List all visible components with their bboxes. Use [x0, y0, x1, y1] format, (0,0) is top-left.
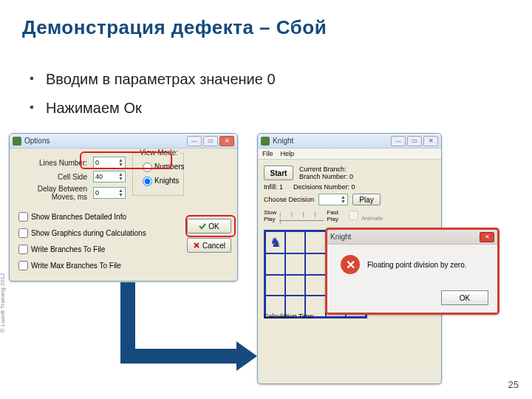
cancel-button[interactable]: Cancel	[187, 238, 231, 253]
window-title: Knight	[273, 137, 389, 145]
chk-max-branches-label: Write Max Branches To File	[31, 262, 121, 270]
close-button[interactable]: ✕	[219, 136, 234, 146]
delay-label: Delay Between Moves, ms	[16, 185, 93, 201]
radio-numbers[interactable]	[143, 163, 152, 172]
chk-branches-label: Write Branches To File	[31, 245, 105, 253]
bullet-2: Нажимаем Ок	[30, 100, 276, 117]
check-icon	[199, 222, 206, 230]
chk-graphics-label: Show Graphics during Calculations	[31, 229, 146, 237]
view-mode-legend: View Mode:	[137, 149, 180, 157]
calc-time-label: Calculation Time:	[264, 313, 315, 320]
branch-number-label: Branch Number: 0	[299, 173, 353, 180]
close-button[interactable]: ✕	[423, 136, 438, 146]
slide-title: Демонстрация дефекта – Сбой	[22, 16, 327, 39]
page-number: 25	[508, 379, 519, 390]
error-ok-button[interactable]: OK	[441, 290, 488, 305]
view-mode-group: View Mode: Numbers Knights	[132, 153, 184, 196]
app-icon	[261, 137, 270, 146]
close-button[interactable]: ✕	[480, 232, 494, 242]
maximize-button[interactable]: ▭	[407, 136, 422, 146]
chk-max-branches[interactable]	[18, 261, 28, 270]
chk-detailed[interactable]	[18, 212, 28, 222]
options-dialog: Options — ▭ ✕ Lines Number: 0▲▼ Cell Sid…	[9, 133, 238, 282]
infill-label: Infill: 1	[264, 183, 283, 191]
menu-help[interactable]: Help	[281, 150, 295, 157]
start-button[interactable]: Start	[264, 166, 293, 180]
app-icon	[13, 137, 21, 146]
cell-side-input[interactable]: 40▲▼	[93, 171, 126, 183]
delay-input[interactable]: 0▲▼	[93, 187, 126, 199]
error-message: Floating point division by zero.	[367, 261, 467, 269]
ok-button[interactable]: OK	[187, 219, 231, 233]
chk-detailed-label: Show Branches Detailed Info	[31, 213, 126, 221]
arrow-connector	[120, 349, 239, 364]
radio-knights[interactable]	[143, 177, 152, 186]
copyright: © Luxoft Training 2012	[0, 273, 6, 332]
titlebar[interactable]: Knight ✕	[327, 230, 497, 245]
chk-branches[interactable]	[18, 245, 28, 254]
dialog-title: Options	[24, 137, 185, 145]
lines-number-input[interactable]: 0▲▼	[93, 157, 126, 168]
minimize-button[interactable]: —	[187, 136, 202, 146]
play-button[interactable]: Play	[352, 194, 381, 205]
error-title: Knight	[330, 233, 478, 241]
choose-decision-input[interactable]: ▲▼	[318, 194, 348, 205]
choose-decision-label: Choose Decision	[264, 196, 314, 203]
knight-piece-icon: ♞	[265, 231, 285, 253]
animate-checkbox[interactable]	[349, 211, 358, 220]
animate-label: Animate	[361, 215, 383, 222]
titlebar[interactable]: Options — ▭ ✕	[10, 134, 237, 149]
radio-knights-label: Knights	[154, 177, 179, 185]
slow-play-label: Slow Play	[264, 209, 276, 222]
x-icon	[193, 242, 200, 249]
maximize-button[interactable]: ▭	[203, 136, 218, 146]
titlebar[interactable]: Knight — ▭ ✕	[258, 134, 441, 149]
fast-play-label: Fast Play	[327, 209, 338, 222]
radio-numbers-label: Numbers	[154, 163, 185, 171]
decisions-label: Decisions Number: 0	[293, 183, 355, 191]
chk-graphics[interactable]	[18, 228, 28, 238]
speed-slider[interactable]: | | | | |	[279, 211, 324, 221]
minimize-button[interactable]: —	[391, 136, 406, 146]
bullet-1: Вводим в параметрах значение 0	[30, 71, 276, 88]
current-branch-label: Current Branch:	[299, 166, 353, 173]
menu-file[interactable]: File	[262, 150, 273, 157]
error-dialog: Knight ✕ ✕ Floating point division by ze…	[325, 228, 499, 315]
lines-number-label: Lines Number:	[16, 159, 93, 167]
error-icon: ✕	[341, 255, 360, 274]
cell-side-label: Cell Side	[16, 173, 93, 181]
arrow-head-icon	[236, 341, 257, 371]
